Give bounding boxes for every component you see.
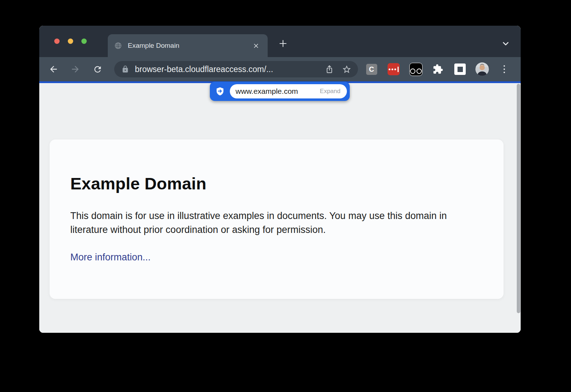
goggles-icon [409, 63, 423, 76]
tab-strip: Example Domain [39, 26, 521, 57]
arrow-left-icon [49, 64, 59, 74]
isolated-host-text: www.example.com [236, 87, 320, 96]
close-window-button[interactable] [54, 39, 60, 44]
arrow-right-icon [70, 64, 80, 74]
content-card: Example Domain This domain is for use in… [50, 139, 504, 299]
zoom-window-button[interactable] [81, 39, 87, 44]
page-title: Example Domain [70, 174, 479, 193]
extension-c-button[interactable]: C [365, 62, 378, 76]
c-extension-icon: C [366, 64, 377, 75]
tab-example-domain[interactable]: Example Domain [108, 34, 268, 57]
more-information-link[interactable]: More information... [70, 252, 151, 263]
profile-avatar[interactable] [475, 62, 489, 76]
globe-icon [114, 42, 122, 50]
close-tab-icon[interactable] [251, 40, 261, 51]
extension-goggles-button[interactable] [409, 62, 423, 76]
plus-icon [278, 39, 288, 48]
tab-search-button[interactable] [499, 37, 512, 50]
isolated-host-field[interactable]: www.example.com Expand [230, 84, 347, 98]
reload-icon [93, 65, 102, 74]
frame-square-icon [454, 63, 466, 75]
minimize-window-button[interactable] [68, 39, 73, 44]
expand-button[interactable]: Expand [320, 88, 340, 95]
back-button[interactable] [47, 63, 60, 75]
kebab-menu-icon [504, 65, 505, 67]
shield-arrow-icon [215, 87, 225, 96]
page-viewport: Example Domain This domain is for use in… [39, 83, 521, 333]
address-bar[interactable]: browser-beta.cloudflareaccess.com/... [114, 61, 358, 77]
avatar-photo [475, 62, 489, 76]
share-button[interactable] [322, 62, 337, 76]
browser-window: Example Domain [39, 26, 521, 333]
forward-button[interactable] [69, 63, 81, 75]
remote-browser-url-pill[interactable]: www.example.com Expand [210, 82, 350, 101]
tab-title: Example Domain [128, 42, 251, 50]
bookmark-button[interactable] [339, 62, 354, 76]
extensions-menu-button[interactable] [431, 62, 445, 76]
lastpass-icon [388, 63, 400, 75]
new-tab-button[interactable] [276, 37, 290, 50]
reload-button[interactable] [91, 63, 103, 75]
browser-menu-button[interactable] [497, 62, 511, 76]
lock-icon[interactable] [121, 65, 129, 73]
vertical-scrollbar[interactable] [517, 84, 520, 313]
star-icon [342, 65, 352, 74]
page-paragraph: This domain is for use in illustrative e… [70, 209, 479, 237]
url-text: browser-beta.cloudflareaccess.com/... [135, 65, 322, 74]
extension-lastpass-button[interactable] [387, 62, 400, 76]
puzzle-icon [433, 64, 443, 75]
extension-sidepanel-button[interactable] [453, 62, 467, 76]
browser-toolbar: browser-beta.cloudflareaccess.com/... C [39, 57, 521, 81]
extensions-row: C [365, 57, 511, 81]
chevron-down-icon [501, 39, 510, 48]
share-icon [325, 65, 334, 74]
